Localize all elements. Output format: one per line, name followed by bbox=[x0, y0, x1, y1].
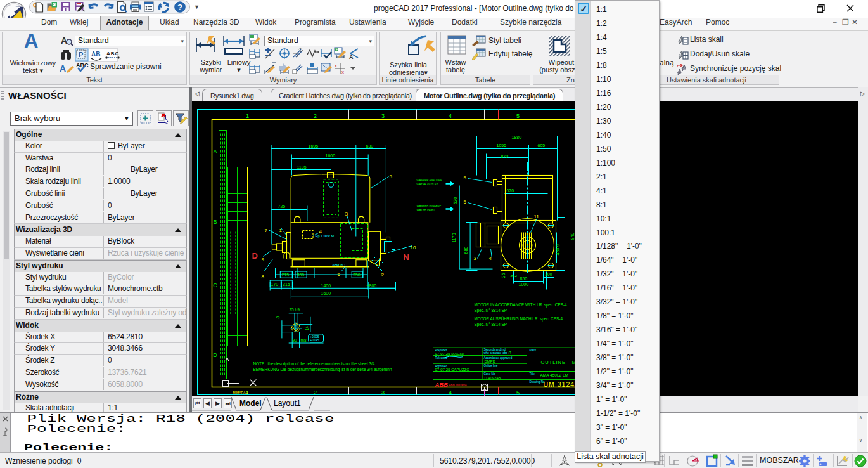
svg-text:11: 11 bbox=[534, 214, 540, 219]
svg-text:8: 8 bbox=[509, 350, 512, 356]
svg-text:UM 31246: UM 31246 bbox=[544, 380, 579, 388]
svg-text:~800: ~800 bbox=[367, 283, 377, 288]
svg-text:2: 2 bbox=[381, 272, 385, 278]
svg-text:WASSER EINLAUF: WASSER EINLAUF bbox=[417, 204, 442, 207]
svg-text:1: 1 bbox=[279, 228, 283, 233]
svg-text:14: 14 bbox=[305, 326, 309, 331]
svg-text:A: A bbox=[213, 148, 217, 155]
svg-text:725: 725 bbox=[278, 204, 286, 209]
svg-text:AMA 450L2 LM: AMA 450L2 LM bbox=[540, 373, 568, 377]
svg-text:1000: 1000 bbox=[519, 282, 529, 287]
svg-text:1600: 1600 bbox=[326, 153, 336, 158]
svg-text:Rp 1 tank M: Rp 1 tank M bbox=[316, 234, 335, 238]
svg-text:2: 2 bbox=[314, 389, 317, 396]
svg-text:1600: 1600 bbox=[321, 291, 331, 296]
svg-text:3: 3 bbox=[345, 211, 348, 217]
svg-text:Title: Title bbox=[530, 372, 535, 375]
svg-text:A: A bbox=[61, 36, 67, 46]
svg-text:5: 5 bbox=[390, 174, 393, 179]
svg-text:⌀8M16 ⬚: ⌀8M16 ⬚ bbox=[333, 263, 348, 267]
svg-text:?: ? bbox=[177, 3, 182, 12]
svg-text:630: 630 bbox=[366, 144, 374, 148]
svg-text:315: 315 bbox=[283, 282, 290, 287]
svg-text:90: 90 bbox=[293, 338, 298, 342]
svg-text:MIMARA 1: MIMARA 1 bbox=[233, 391, 248, 394]
svg-text:5: 5 bbox=[516, 113, 520, 119]
svg-text:C: C bbox=[213, 282, 217, 289]
svg-text:450.9: 450.9 bbox=[556, 244, 560, 256]
svg-text:3: 3 bbox=[381, 113, 385, 119]
svg-text:1695: 1695 bbox=[309, 144, 319, 148]
svg-text:5: 5 bbox=[464, 199, 467, 205]
svg-text:MOTOR IN ACCORDANCE WITH I.R.: MOTOR IN ACCORDANCE WITH I.R. spec. CPS-… bbox=[475, 302, 568, 308]
svg-text:ABB Industrie: ABB Industrie bbox=[449, 384, 468, 387]
svg-text:620: 620 bbox=[507, 188, 514, 193]
svg-text:WATER INLET: WATER INLET bbox=[417, 208, 435, 211]
svg-text:+0.045: +0.045 bbox=[310, 339, 319, 342]
svg-text:940: 940 bbox=[570, 233, 575, 240]
svg-text:1055: 1055 bbox=[497, 143, 507, 148]
svg-text:10: 10 bbox=[411, 245, 416, 250]
svg-text:ABB: ABB bbox=[435, 381, 449, 388]
svg-text:2: 2 bbox=[314, 113, 317, 119]
svg-text:4: 4 bbox=[449, 389, 452, 396]
svg-text:3: 3 bbox=[381, 389, 385, 396]
svg-text:1: 1 bbox=[246, 113, 249, 119]
svg-text:who separate jobs: who separate jobs bbox=[484, 351, 508, 354]
svg-text:1185: 1185 bbox=[297, 165, 307, 169]
svg-text:N: N bbox=[404, 252, 409, 262]
svg-text:P: P bbox=[79, 51, 83, 58]
svg-text:x: x bbox=[341, 69, 344, 75]
svg-text:1400: 1400 bbox=[321, 283, 331, 288]
svg-text:MOTOR AUSFÜHRUNG NACH I.R. spe: MOTOR AUSFÜHRUNG NACH I.R. spec. CPS-4 bbox=[475, 316, 563, 322]
svg-text:+0.005: +0.005 bbox=[310, 335, 319, 339]
svg-text:97-07-25 CAPUZZO: 97-07-25 CAPUZZO bbox=[435, 368, 470, 372]
svg-text:350: 350 bbox=[297, 273, 305, 277]
svg-text:215: 215 bbox=[282, 273, 290, 277]
svg-text:ABC: ABC bbox=[76, 62, 89, 68]
svg-text:6: 6 bbox=[338, 271, 341, 277]
svg-text:A: A bbox=[349, 54, 354, 60]
svg-text:8: 8 bbox=[262, 274, 265, 280]
svg-text:7: 7 bbox=[265, 228, 268, 233]
svg-text:4: 4 bbox=[449, 113, 452, 119]
svg-text:350: 350 bbox=[353, 273, 361, 277]
svg-text:ABC: ABC bbox=[106, 51, 119, 56]
svg-text:9: 9 bbox=[262, 257, 265, 263]
svg-text:Orifice line: Orifice line bbox=[484, 364, 498, 367]
svg-text:25: 25 bbox=[501, 273, 506, 278]
svg-text:25 h9: 25 h9 bbox=[290, 308, 300, 312]
svg-text:680: 680 bbox=[464, 247, 468, 254]
svg-text:A: A bbox=[60, 63, 66, 74]
svg-text:4: 4 bbox=[489, 256, 492, 261]
svg-text:⌀42: ⌀42 bbox=[511, 274, 518, 278]
svg-text:Spec. N° 8814 SP: Spec. N° 8814 SP bbox=[475, 322, 507, 327]
svg-text:D: D bbox=[252, 251, 258, 261]
svg-text:530: 530 bbox=[453, 197, 457, 205]
svg-text:NOTE : the description of the: NOTE : the description of the reference … bbox=[253, 361, 375, 367]
svg-text:Released: Released bbox=[435, 356, 448, 360]
svg-text:WASSER ABFLUSS: WASSER ABFLUSS bbox=[417, 179, 442, 182]
svg-text:3: 3 bbox=[474, 256, 477, 261]
svg-text:B: B bbox=[213, 219, 217, 225]
svg-text:x: x bbox=[335, 63, 337, 68]
svg-text:605: 605 bbox=[538, 143, 546, 148]
svg-text:5: 5 bbox=[464, 175, 467, 181]
svg-text:850: 850 bbox=[520, 276, 528, 281]
svg-text:97-07-25 MAGNI: 97-07-25 MAGNI bbox=[435, 352, 464, 356]
svg-text:200: 200 bbox=[546, 272, 552, 276]
svg-text:WATER OUTLET: WATER OUTLET bbox=[417, 183, 438, 186]
svg-text:1170: 1170 bbox=[452, 233, 456, 242]
svg-text:m8: m8 bbox=[301, 338, 307, 342]
svg-text:D: D bbox=[213, 352, 217, 358]
svg-text:1880: 1880 bbox=[512, 135, 522, 140]
svg-text:4: 4 bbox=[319, 229, 322, 235]
svg-text:Case No: Case No bbox=[484, 372, 495, 375]
svg-text:870: 870 bbox=[501, 154, 509, 159]
svg-text:DMPB: DMPB bbox=[485, 360, 495, 363]
svg-text:8l: 8l bbox=[276, 315, 280, 319]
svg-text:Plant: Plant bbox=[530, 349, 537, 352]
svg-text:5: 5 bbox=[516, 389, 520, 396]
svg-text:Spec. N° 8814 SP: Spec. N° 8814 SP bbox=[475, 308, 507, 313]
svg-text:ITA09248: ITA09248 bbox=[485, 376, 501, 380]
